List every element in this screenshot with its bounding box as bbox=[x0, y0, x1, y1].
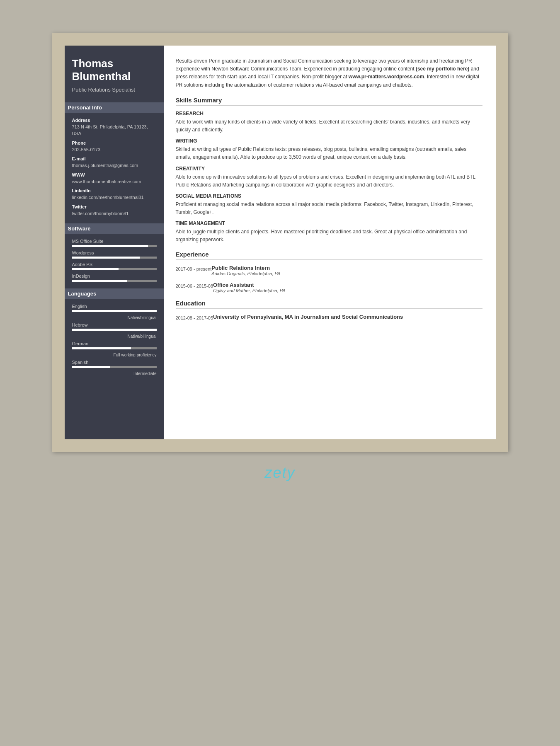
exp-title: Public Relations Intern bbox=[211, 265, 482, 271]
skill-heading: CREATIVITY bbox=[176, 166, 482, 172]
summary-text: Results-driven Penn graduate in Journali… bbox=[176, 57, 482, 89]
skill-heading: WRITING bbox=[176, 138, 482, 144]
skill-heading: TIME MANAGEMENT bbox=[176, 220, 482, 226]
language-bar bbox=[72, 366, 157, 368]
exp-title: Office Assistant bbox=[213, 282, 482, 288]
exp-detail: Public Relations Intern Adidas Originals… bbox=[211, 265, 482, 276]
skill-bar bbox=[72, 257, 157, 259]
education-list: 2012-08 - 2017-05 University of Pennsylv… bbox=[176, 314, 482, 322]
language-bar bbox=[72, 310, 157, 312]
sidebar: Thomas Blumenthal Public Relations Speci… bbox=[65, 46, 164, 439]
software-skill-item: InDesign bbox=[72, 274, 157, 282]
exp-company: Adidas Originals, Philadelphia, PA bbox=[211, 271, 482, 276]
www-label: WWW bbox=[72, 172, 157, 177]
phone-label: Phone bbox=[72, 140, 157, 145]
skill-heading: SOCIAL MEDIA RELATIONS bbox=[176, 193, 482, 199]
software-skills: MS Office Suite Wordpress Adobe PS InDes… bbox=[72, 239, 157, 282]
language-name: Hebrew bbox=[72, 322, 157, 327]
experience-item: 2015-06 - 2015-08 Office Assistant Ogilv… bbox=[176, 282, 482, 293]
software-skill-item: Wordpress bbox=[72, 250, 157, 259]
skill-description: Able to come up with innovative solution… bbox=[176, 173, 482, 189]
language-name: English bbox=[72, 304, 157, 309]
experience-list: 2017-09 - present Public Relations Inter… bbox=[176, 265, 482, 293]
language-skill-item: English Native/billingual bbox=[72, 304, 157, 320]
personal-info-section: Personal Info bbox=[65, 102, 164, 113]
skill-bar-fill bbox=[72, 280, 127, 282]
linkedin-value: linkedin.com/me/thomblumenthal81 bbox=[72, 194, 157, 201]
skill-name: Wordpress bbox=[72, 250, 157, 255]
www-value: www.thomblumenthalcreative.com bbox=[72, 178, 157, 185]
skill-bar bbox=[72, 268, 157, 270]
language-bar bbox=[72, 329, 157, 331]
skill-item: RESEARCH Able to work with many kinds of… bbox=[176, 111, 482, 134]
edu-title: University of Pennsylvania, MA in Journa… bbox=[213, 314, 482, 320]
exp-company: Ogilvy and Mather, Philadelphia, PA bbox=[213, 288, 482, 293]
skill-item: WRITING Skilled at writing all types of … bbox=[176, 138, 482, 161]
exp-date: 2017-09 - present bbox=[176, 265, 212, 276]
candidate-name: Thomas Blumenthal bbox=[72, 57, 157, 83]
address-value: 713 N 4th St, Philadelphia, PA 19123, US… bbox=[72, 124, 157, 137]
language-bar bbox=[72, 347, 157, 349]
skill-description: Able to juggle multiple clients and proj… bbox=[176, 228, 482, 244]
exp-date: 2015-06 - 2015-08 bbox=[176, 282, 213, 293]
language-name: German bbox=[72, 341, 157, 346]
skill-bar-fill bbox=[72, 268, 119, 270]
skill-description: Able to work with many kinds of clients … bbox=[176, 118, 482, 134]
software-section: Software bbox=[65, 223, 164, 234]
linkedin-label: LinkedIn bbox=[72, 188, 157, 193]
language-bar-fill bbox=[72, 366, 110, 368]
experience-item: 2017-09 - present Public Relations Inter… bbox=[176, 265, 482, 276]
skills-list: RESEARCH Able to work with many kinds of… bbox=[176, 111, 482, 244]
language-bar-fill bbox=[72, 347, 131, 349]
language-level: Full working proficiency bbox=[72, 353, 157, 357]
skill-description: Proficient at managing social media rela… bbox=[176, 201, 482, 216]
language-level: Native/billingual bbox=[72, 334, 157, 339]
skill-name: InDesign bbox=[72, 274, 157, 279]
skill-bar bbox=[72, 245, 157, 247]
phone-value: 202-555-0173 bbox=[72, 146, 157, 153]
language-skill-item: German Full working proficiency bbox=[72, 341, 157, 357]
education-item: 2012-08 - 2017-05 University of Pennsylv… bbox=[176, 314, 482, 322]
address-label: Address bbox=[72, 118, 157, 123]
email-label: E-mail bbox=[72, 156, 157, 161]
skill-heading: RESEARCH bbox=[176, 111, 482, 116]
page-background: Thomas Blumenthal Public Relations Speci… bbox=[52, 33, 508, 452]
exp-detail: Office Assistant Ogilvy and Mather, Phil… bbox=[213, 282, 482, 293]
skill-bar-fill bbox=[72, 257, 140, 259]
language-bar-fill bbox=[72, 329, 157, 331]
skill-item: TIME MANAGEMENT Able to juggle multiple … bbox=[176, 220, 482, 244]
brand-footer: zety bbox=[264, 464, 295, 482]
skill-bar-fill bbox=[72, 245, 148, 247]
language-level: Native/billingual bbox=[72, 315, 157, 320]
twitter-label: Twitter bbox=[72, 204, 157, 209]
language-skill-item: Spanish Intermediate bbox=[72, 360, 157, 376]
resume-container: Thomas Blumenthal Public Relations Speci… bbox=[65, 46, 496, 439]
candidate-title: Public Relations Specialist bbox=[72, 86, 157, 94]
skill-description: Skilled at writing all types of Public R… bbox=[176, 145, 482, 161]
email-value: thomas.j.blumenthal@gmail.com bbox=[72, 162, 157, 169]
skill-item: CREATIVITY Able to come up with innovati… bbox=[176, 166, 482, 189]
languages-section: Languages bbox=[65, 288, 164, 299]
edu-detail: University of Pennsylvania, MA in Journa… bbox=[213, 314, 482, 322]
twitter-value: twitter.com/thommybloom81 bbox=[72, 210, 157, 217]
skills-section-title: Skills Summary bbox=[176, 97, 482, 106]
software-skill-item: MS Office Suite bbox=[72, 239, 157, 247]
main-content: Results-driven Penn graduate in Journali… bbox=[164, 46, 496, 439]
education-section-title: Education bbox=[176, 300, 482, 309]
software-skill-item: Adobe PS bbox=[72, 262, 157, 270]
language-skills: English Native/billingual Hebrew Native/… bbox=[72, 304, 157, 376]
language-name: Spanish bbox=[72, 360, 157, 365]
language-bar-fill bbox=[72, 310, 157, 312]
portfolio-link[interactable]: (see my portfolio here) bbox=[416, 66, 469, 72]
website-link[interactable]: www.pr-matters.wordpress.com bbox=[349, 74, 424, 80]
language-level: Intermediate bbox=[72, 371, 157, 376]
skill-name: MS Office Suite bbox=[72, 239, 157, 244]
skill-name: Adobe PS bbox=[72, 262, 157, 267]
language-skill-item: Hebrew Native/billingual bbox=[72, 322, 157, 339]
experience-section-title: Experience bbox=[176, 251, 482, 260]
skill-bar bbox=[72, 280, 157, 282]
skill-item: SOCIAL MEDIA RELATIONS Proficient at man… bbox=[176, 193, 482, 216]
edu-date: 2012-08 - 2017-05 bbox=[176, 314, 213, 322]
